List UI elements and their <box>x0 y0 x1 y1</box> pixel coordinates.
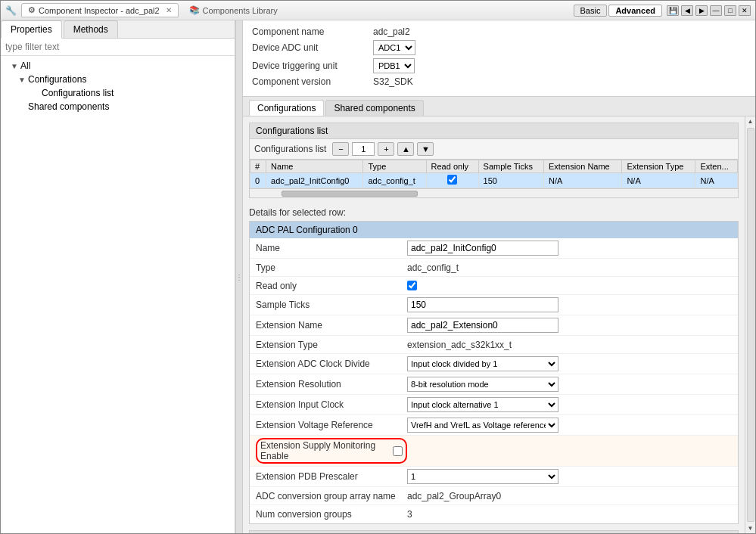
col-header-readonly: Read only <box>426 160 478 173</box>
detail-body: Name Type adc_config_t Read only <box>250 238 738 523</box>
main-window: 🔧 ⚙ Component Inspector - adc_pal2 ✕ 📚 C… <box>0 0 756 534</box>
device-adc-select[interactable]: ADC1 <box>373 40 415 55</box>
supply-highlight-border: Extension Supply Monitoring Enable <box>256 438 407 464</box>
panel-body: Configurations list Configurations list … <box>243 116 745 533</box>
tree-area: ▼ All ▼ Configurations Configurations li… <box>1 56 235 533</box>
field-select-resolution[interactable]: 8-bit resolution mode 10-bit resolution … <box>407 377 558 392</box>
back-button[interactable]: ◀ <box>681 5 693 16</box>
left-panel: Properties Methods ▼ All ▼ Configuration… <box>1 20 235 533</box>
field-select-input-clock[interactable]: Input clock alternative 1 Input clock al… <box>407 397 558 412</box>
field-input-ticks[interactable] <box>407 297 558 312</box>
adc-conversion-title: ADC Conversion Group list <box>250 531 738 533</box>
config-list-section-title: Configurations list <box>250 123 738 139</box>
header-row-adc: Device ADC unit ADC1 <box>252 40 746 55</box>
field-value-num-conv: 3 <box>407 509 732 520</box>
tab-shared[interactable]: Shared components <box>325 100 423 116</box>
filter-input[interactable] <box>1 39 235 56</box>
detail-section: ADC PAL Configuration 0 Name Type adc_co… <box>249 221 739 524</box>
save-button[interactable]: 💾 <box>667 5 679 16</box>
scroll-thumb[interactable] <box>282 191 418 197</box>
device-trigger-select[interactable]: PDB1 <box>373 58 415 73</box>
col-header-extra: Exten... <box>695 160 738 173</box>
field-value-ext-type: extension_adc_s32k1xx_t <box>407 340 732 350</box>
detail-row-num-conv: Num conversion groups 3 <box>250 505 738 523</box>
field-label-resolution: Extension Resolution <box>256 379 407 390</box>
panel-splitter[interactable]: ⋮ <box>235 20 243 533</box>
tab-properties[interactable]: Properties <box>1 20 62 39</box>
field-select-voltage-ref[interactable]: VrefH and VrefL as Voltage reference. <box>407 418 558 433</box>
config-table: # Name Type Read only Sample Ticks Exten… <box>250 160 738 188</box>
scroll-up-arrow[interactable]: ▲ <box>746 116 755 126</box>
forward-button[interactable]: ▶ <box>695 5 708 16</box>
field-label-type: Type <box>256 262 407 273</box>
field-value-conv-array: adc_pal2_GroupArray0 <box>407 491 732 501</box>
cell-ticks: 150 <box>478 173 543 188</box>
tab1-close-icon[interactable]: ✕ <box>166 6 172 14</box>
tree-item-configurations-list[interactable]: Configurations list <box>1 86 235 100</box>
field-label-name: Name <box>256 243 407 253</box>
minimize-button[interactable]: — <box>710 5 722 16</box>
pal-config-title: ADC PAL Configuration 0 <box>250 222 738 238</box>
field-label-ext-type: Extension Type <box>256 340 407 350</box>
panel-scroll-container: Configurations list Configurations list … <box>243 116 755 533</box>
tree-arrow-all: ▼ <box>10 62 19 70</box>
detail-row-resolution: Extension Resolution 8-bit resolution mo… <box>250 374 738 395</box>
field-label-readonly: Read only <box>256 281 407 291</box>
field-label-input-clock: Extension Input Clock <box>256 399 407 410</box>
main-content: Properties Methods ▼ All ▼ Configuration… <box>1 20 755 533</box>
field-input-name[interactable] <box>407 241 558 256</box>
tree-shared-label: Shared components <box>28 101 109 112</box>
detail-row-ext-name: Extension Name <box>250 315 738 336</box>
toolbar-count-input[interactable] <box>352 142 375 156</box>
col-header-ext-name: Extension Name <box>544 160 622 173</box>
field-checkbox-readonly[interactable] <box>407 281 417 290</box>
field-select-pdb[interactable]: 1 2 4 8 <box>407 469 558 484</box>
field-checkbox-supply[interactable] <box>393 446 403 456</box>
advanced-mode-button[interactable]: Advanced <box>608 5 662 17</box>
maximize-button[interactable]: □ <box>724 5 736 16</box>
detail-row-ext-type: Extension Type extension_adc_s32k1xx_t <box>250 336 738 354</box>
field-label-pdb: Extension PDB Prescaler <box>256 471 407 482</box>
toolbar-minus-button[interactable]: − <box>332 142 349 156</box>
scroll-down-arrow[interactable]: ▼ <box>746 523 755 533</box>
library-icon: 📚 <box>189 5 200 15</box>
table-row[interactable]: 0 adc_pal2_InitConfig0 adc_config_t 150 … <box>250 173 738 188</box>
detail-row-supply: Extension Supply Monitoring Enable <box>250 436 738 467</box>
window-icon: 🔧 <box>5 5 17 16</box>
detail-row-readonly: Read only <box>250 277 738 295</box>
tree-item-all[interactable]: ▼ All <box>1 59 235 73</box>
tab-components-library[interactable]: 📚 Components Library <box>183 4 284 17</box>
cell-type: adc_config_t <box>363 173 426 188</box>
col-header-ext-type: Extension Type <box>622 160 695 173</box>
tree-item-shared[interactable]: Shared components <box>1 100 235 113</box>
component-version-label: Component version <box>252 76 373 87</box>
config-list-toolbar: Configurations list − + ▲ ▼ <box>250 139 738 160</box>
tab-methods[interactable]: Methods <box>64 20 118 38</box>
component-version-value: S32_SDK <box>373 76 413 87</box>
tree-item-configurations[interactable]: ▼ Configurations <box>1 73 235 86</box>
toolbar-down-button[interactable]: ▼ <box>417 142 434 156</box>
field-label-num-conv: Num conversion groups <box>256 509 407 520</box>
tab-component-inspector[interactable]: ⚙ Component Inspector - adc_pal2 ✕ <box>21 3 179 17</box>
detail-row-clock-divide: Extension ADC Clock Divide Input clock d… <box>250 354 738 374</box>
col-header-ticks: Sample Ticks <box>478 160 543 173</box>
title-bar-right: Basic Advanced 💾 ◀ ▶ — □ ✕ <box>574 5 751 17</box>
close-button[interactable]: ✕ <box>739 5 751 16</box>
table-horizontal-scrollbar[interactable] <box>250 188 738 197</box>
details-for-row-label: Details for selected row: <box>249 204 739 221</box>
scroll-track[interactable] <box>747 128 754 522</box>
readonly-checkbox[interactable] <box>447 175 457 185</box>
vertical-scrollbar[interactable]: ▲ ▼ <box>745 116 755 533</box>
cell-name: adc_pal2_InitConfig0 <box>266 173 363 188</box>
col-header-name: Name <box>266 160 363 173</box>
detail-row-voltage-ref: Extension Voltage Reference VrefH and Vr… <box>250 415 738 436</box>
tab-configurations[interactable]: Configurations <box>249 100 324 116</box>
col-header-type: Type <box>363 160 426 173</box>
toolbar-plus-button[interactable]: + <box>378 142 394 156</box>
toolbar-up-button[interactable]: ▲ <box>397 142 414 156</box>
basic-mode-button[interactable]: Basic <box>574 5 608 17</box>
tab1-label: Component Inspector - adc_pal2 <box>39 6 160 15</box>
config-list-section-label: Configurations list <box>256 126 328 136</box>
field-select-clock-divide[interactable]: Input clock divided by 1 Input clock div… <box>407 356 558 371</box>
field-input-ext-name[interactable] <box>407 318 558 333</box>
